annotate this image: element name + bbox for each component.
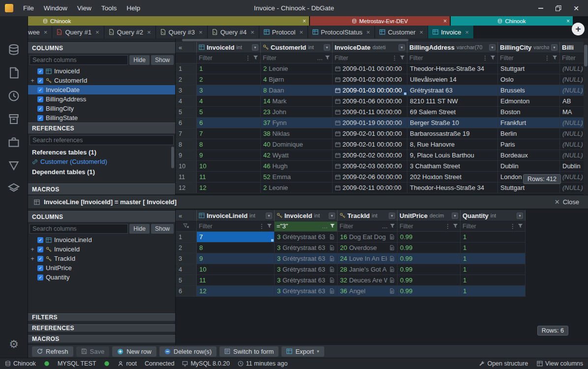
filter-funnel-button[interactable] <box>267 223 272 230</box>
tab-group-chinook-0[interactable]: Chinook × <box>28 16 309 26</box>
menu-tools[interactable]: Tools <box>96 0 122 16</box>
cell-unitprice[interactable]: 0.99 <box>398 264 461 275</box>
row-number[interactable]: 11 <box>176 172 197 183</box>
row-number[interactable]: 12 <box>176 183 197 193</box>
cell-invoicedate[interactable]: 2009-02-06 00:00:00 <box>333 172 407 183</box>
cell-billingcity[interactable]: Edmonton <box>498 96 560 107</box>
filter-funnel-button[interactable] <box>253 55 258 62</box>
cell-billingaddress[interactable]: 9, Place Louis Barthou <box>407 150 498 161</box>
delete-row-s-button[interactable]: Delete row(s) <box>159 346 217 357</box>
filter-funnel-button[interactable] <box>490 55 495 62</box>
row-number[interactable]: 2 <box>176 74 197 85</box>
cell-trackid[interactable]: 36Angel <box>338 286 398 297</box>
cell-invoicelineid[interactable]: 8 <box>197 243 275 253</box>
checkbox-icon[interactable]: ✓ <box>37 275 43 280</box>
row-number[interactable]: 3 <box>176 85 197 96</box>
checkbox-icon[interactable]: ✓ <box>37 246 43 252</box>
filter-trackid-input[interactable] <box>340 223 380 230</box>
close-icon[interactable]: × <box>566 18 570 25</box>
hide-button[interactable]: Hide <box>129 224 150 234</box>
filter-funnel-button[interactable] <box>453 223 458 230</box>
cell-drag-handle[interactable] <box>404 92 406 95</box>
status-mysql-8-0-20[interactable]: MySQL 8.0.20 <box>182 360 229 367</box>
macros-section-header[interactable]: MACROS <box>28 184 175 195</box>
column-dropdown-icon[interactable]: ▾ <box>399 44 405 51</box>
status-indicator-3[interactable] <box>104 360 110 367</box>
history-icon[interactable] <box>6 90 21 102</box>
cell-customerid[interactable]: 37Fynn <box>261 118 333 128</box>
cell-billingcity[interactable]: Stuttgart <box>498 63 560 74</box>
cell-invoiceid[interactable]: 3Grétrystraat 63 <box>275 275 338 286</box>
column-header-invoicedate[interactable]: InvoiceDate dateti ▾ <box>333 42 407 53</box>
row-number[interactable]: 1 <box>176 63 197 74</box>
cell-invoiceid[interactable]: 11 <box>197 172 261 183</box>
tab-query-4[interactable]: Query #4 × <box>208 26 259 38</box>
filter-unitprice-input[interactable] <box>400 223 443 230</box>
tab-customer[interactable]: Customer × <box>375 26 428 38</box>
cell-quantity[interactable]: 1 <box>461 286 526 297</box>
column-dropdown-icon[interactable]: ▾ <box>489 44 495 51</box>
cell-customerid[interactable]: 8Daan <box>261 85 333 96</box>
row-number[interactable]: 4 <box>176 264 197 275</box>
archive-icon[interactable] <box>6 113 21 125</box>
close-icon[interactable]: × <box>95 29 99 36</box>
checkbox-icon[interactable]: ✓ <box>37 96 43 102</box>
cell-customerid[interactable]: 46Hugh <box>261 161 333 172</box>
cell-billingaddress[interactable]: Theodor-Heuss-Straße 34 <box>407 183 498 193</box>
cell-quantity[interactable]: 1 <box>461 264 526 275</box>
close-icon[interactable]: × <box>465 29 469 36</box>
cell-invoiceid[interactable]: 10 <box>197 161 261 172</box>
cell-billingaddress[interactable]: 202 Hoxton Street <box>407 172 498 183</box>
cell-billingaddress[interactable]: Ullevålsveien 14 <box>407 74 498 85</box>
cell-invoicedate[interactable]: 2009-02-11 00:00:00 <box>333 183 407 193</box>
tab-query-1[interactable]: Query #1 × <box>52 26 104 38</box>
export-button[interactable]: Export▾ <box>281 346 324 357</box>
filter-funnel-button[interactable] <box>400 55 405 62</box>
cell-quantity[interactable]: 1 <box>461 253 526 264</box>
row-number[interactable]: 2 <box>176 243 197 253</box>
clear-filter-button[interactable] <box>176 221 197 232</box>
filter-billingaddress-input[interactable] <box>409 55 480 62</box>
cell-invoicelineid[interactable]: 12 <box>197 286 275 297</box>
row-number[interactable]: 8 <box>176 139 197 150</box>
cell-drag-handle[interactable] <box>271 239 274 242</box>
column-item-customerid[interactable]: + ✓ CustomerId <box>28 76 175 85</box>
column-item-invoiceid[interactable]: ✓ InvoiceId <box>28 66 175 76</box>
collapse-left-panel-button[interactable]: « <box>176 210 197 221</box>
cell-billingaddress[interactable]: Berger Straße 10 <box>407 118 498 128</box>
column-item-billingcity[interactable]: ✓ BillingCity <box>28 104 175 113</box>
reference-link-customer[interactable]: Customer (CustomerId) <box>28 157 175 166</box>
cell-invoicedate[interactable]: 2009-01-03 00:00:00 <box>333 85 407 96</box>
status-chinook[interactable]: Chinook <box>5 360 36 367</box>
cell-invoicedate[interactable]: 2009-02-01 00:00:00 <box>333 139 407 150</box>
cell-invoicedate[interactable]: 2009-02-03 00:00:00 <box>333 161 407 172</box>
cell-customerid[interactable]: 14Mark <box>261 96 333 107</box>
filter-menu-icon[interactable]: ⋮ <box>482 55 488 62</box>
expand-icon[interactable]: + <box>30 77 35 84</box>
column-item-quantity[interactable]: ✓ Quantity <box>28 273 175 282</box>
cell-billingaddress[interactable]: Barbarossastraße 19 <box>407 128 498 139</box>
close-icon[interactable]: × <box>250 29 254 36</box>
row-number[interactable]: 7 <box>176 128 197 139</box>
cell-billingaddress[interactable]: 8210 111 ST NW <box>407 96 498 107</box>
cell-unitprice[interactable]: 0.99 <box>398 243 461 253</box>
cell-trackid[interactable]: 24Love In An Elevator <box>338 253 398 264</box>
filter-funnel-button[interactable] <box>325 55 330 62</box>
filter-billingcity-input[interactable] <box>500 55 542 62</box>
cell-billingcity[interactable]: Brussels <box>498 85 560 96</box>
cell-trackid[interactable]: 32Deuces Are Wild <box>338 275 398 286</box>
restore-button[interactable] <box>551 0 566 16</box>
refresh-button[interactable]: Refresh <box>32 346 73 357</box>
row-number[interactable]: 10 <box>176 161 197 172</box>
filter-menu-icon[interactable]: ⋮ <box>245 55 251 62</box>
cell-invoicedate[interactable]: 2009-01-06 00:00:00 <box>333 96 407 107</box>
row-number[interactable]: 3 <box>176 253 197 264</box>
tab-invoice[interactable]: Invoice × <box>428 26 474 38</box>
checkbox-icon[interactable]: ✓ <box>37 265 43 271</box>
cell-billingcity[interactable]: Dublin <box>498 161 560 172</box>
cell-invoicedate[interactable]: 2009-02-02 00:00:00 <box>333 150 407 161</box>
column-dropdown-icon[interactable]: ▾ <box>266 213 272 219</box>
filter-quantity-input[interactable] <box>463 223 508 230</box>
layers-icon[interactable] <box>6 182 21 195</box>
cell-customerid[interactable]: 42Wyatt <box>261 150 333 161</box>
